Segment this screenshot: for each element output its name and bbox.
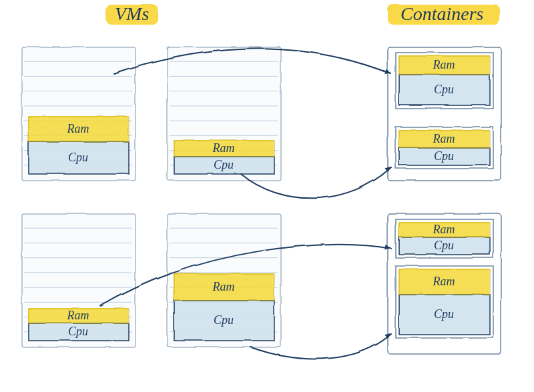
container-0-1: CpuRam	[395, 127, 493, 168]
cpu-label: Cpu	[214, 158, 234, 171]
diagram-canvas: VMs Containers CpuRamCpuRamCpuRamCpuRam …	[0, 0, 534, 392]
cpu-label: Cpu	[434, 83, 454, 96]
vms-header: VMs	[115, 3, 149, 24]
ram-label: Ram	[67, 122, 89, 135]
cpu-label: Cpu	[434, 149, 454, 163]
container-1-1: CpuRam	[395, 265, 493, 337]
ram-label: Ram	[433, 132, 455, 145]
vm2: CpuRam	[167, 47, 280, 180]
container-group-1: CpuRamCpuRam	[387, 213, 501, 353]
ram-label: Ram	[212, 280, 235, 293]
cpu-label: Cpu	[68, 325, 88, 338]
ram-label: Ram	[67, 309, 89, 322]
vm3: CpuRam	[21, 213, 135, 347]
ram-label: Ram	[212, 141, 235, 155]
vms-group: CpuRamCpuRamCpuRamCpuRam	[21, 47, 280, 347]
containers-header: Containers	[400, 3, 484, 24]
vm1: CpuRam	[21, 47, 135, 180]
cpu-label: Cpu	[434, 239, 454, 252]
cpu-label: Cpu	[214, 313, 234, 327]
container-group-0: CpuRamCpuRam	[387, 47, 501, 180]
containers-group: CpuRamCpuRamCpuRamCpuRam	[387, 47, 501, 353]
vm4: CpuRam	[167, 213, 280, 347]
cpu-label: Cpu	[68, 151, 88, 164]
container-0-0: CpuRam	[395, 52, 493, 108]
ram-label: Ram	[433, 58, 455, 71]
cpu-label: Cpu	[434, 307, 454, 321]
ram-label: Ram	[433, 275, 455, 288]
ram-label: Ram	[433, 223, 455, 236]
container-1-0: CpuRam	[395, 219, 493, 257]
